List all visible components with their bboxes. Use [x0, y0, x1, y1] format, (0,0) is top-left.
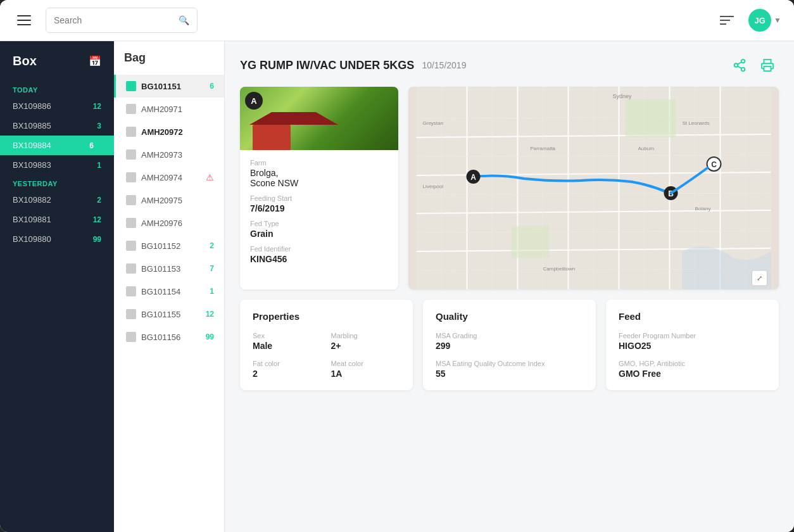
- bag-icon-gray: [126, 263, 136, 274]
- farm-info: Farm Brolga, Scone NSW Feeding Start 7/6…: [240, 150, 398, 289]
- bag-item-amh20976[interactable]: AMH20976: [114, 212, 224, 234]
- avatar[interactable]: JG: [748, 9, 771, 32]
- calendar-icon[interactable]: 📅: [89, 55, 101, 67]
- bag-item-bg101154[interactable]: BG101154 1: [114, 280, 224, 303]
- print-button[interactable]: [756, 54, 779, 77]
- msa-value: 299: [436, 341, 583, 351]
- page-title: YG RUMP IW/VAC UNDER 5KGS: [240, 59, 414, 72]
- feeder-field: Feeder Program Number HIGO25: [619, 332, 766, 351]
- fed-type-label: Fed Type: [250, 220, 388, 227]
- error-icon: ⚠: [206, 172, 214, 182]
- sidebar-item-bx109885[interactable]: BX109885 3: [0, 116, 114, 136]
- svg-text:⤢: ⤢: [757, 274, 762, 282]
- bag-item-amh20971[interactable]: AMH20971: [114, 98, 224, 120]
- feeder-value: HIGO25: [619, 341, 766, 351]
- bag-item-amh20974[interactable]: AMH20974 ⚠: [114, 166, 224, 189]
- sidebar-logo-text: Box: [13, 54, 37, 68]
- bag-icon-gray: [126, 172, 136, 182]
- sidebar-item-bx109886[interactable]: BX109886 12: [0, 96, 114, 116]
- sidebar-item-label: BX109881: [13, 215, 89, 224]
- svg-text:Auburn: Auburn: [638, 146, 655, 151]
- bag-icon-teal: [126, 81, 136, 91]
- main-header: YG RUMP IW/VAC UNDER 5KGS 10/15/2019: [240, 54, 779, 77]
- sex-value: Male: [253, 341, 322, 351]
- filter-button[interactable]: [715, 9, 738, 32]
- sidebar-item-label: BX109880: [13, 234, 89, 244]
- sidebar-item-label: BX109883: [13, 160, 89, 170]
- gmo-label: GMO, HGP, Antibiotic: [619, 360, 766, 367]
- svg-text:Sydney: Sydney: [613, 93, 633, 99]
- sidebar-badge: 12: [89, 102, 101, 111]
- svg-text:C: C: [711, 160, 717, 169]
- header: 🔍 JG ▼: [0, 0, 794, 41]
- marbling-label: Marbling: [331, 332, 401, 339]
- gmo-value: GMO Free: [619, 369, 766, 379]
- menu-button[interactable]: [13, 9, 35, 32]
- search-icon[interactable]: 🔍: [179, 15, 189, 25]
- bag-item-label: AMH20973: [141, 150, 182, 160]
- bag-item-amh20973[interactable]: AMH20973: [114, 143, 224, 166]
- sidebar-item-bx109881[interactable]: BX109881 12: [0, 210, 114, 229]
- bag-item-amh20972[interactable]: AMH20972: [114, 120, 224, 143]
- bag-icon-gray: [126, 332, 136, 342]
- feeder-label: Feeder Program Number: [619, 332, 766, 339]
- bag-title: Bag: [114, 51, 224, 75]
- share-button[interactable]: [728, 54, 751, 77]
- fed-id-value: KING456: [250, 254, 388, 264]
- bag-item-bg101152[interactable]: BG101152 2: [114, 234, 224, 257]
- app-body: Box 📅 Today BX109886 12 BX109885 3 BX109…: [0, 41, 794, 532]
- fed-type-value: Grain: [250, 229, 388, 239]
- map-area[interactable]: A B C Sydney St Leonards Greystan Liv: [408, 87, 779, 289]
- bag-badge: 6: [210, 82, 214, 91]
- sex-field: Sex Male: [253, 332, 322, 351]
- bag-icon-gray: [126, 241, 136, 251]
- farm-card-header: A: [240, 87, 398, 150]
- bag-item-bg101156[interactable]: BG101156 99: [114, 326, 224, 348]
- properties-title: Properties: [253, 311, 400, 322]
- sidebar-item-bx109880[interactable]: BX109880 99: [0, 229, 114, 249]
- bag-icon-gray: [126, 309, 136, 319]
- main-actions: [728, 54, 779, 77]
- bag-icon-gray: [126, 149, 136, 160]
- sidebar-item-bx109882[interactable]: BX109882 2: [0, 190, 114, 210]
- fat-color-label: Fat color: [253, 360, 322, 367]
- bag-icon-gray: [126, 127, 136, 137]
- properties-card: Properties Sex Male Marbling 2+ Fat colo…: [240, 300, 413, 390]
- bag-icon-gray: [126, 195, 136, 205]
- marbling-value: 2+: [331, 341, 401, 351]
- user-chevron-icon[interactable]: ▼: [774, 16, 781, 25]
- svg-text:St Leonards: St Leonards: [683, 120, 710, 126]
- bag-item-bg101155[interactable]: BG101155 12: [114, 303, 224, 326]
- msa-label: MSA Grading: [436, 332, 583, 339]
- farm-image: [240, 87, 398, 150]
- svg-point-3: [741, 60, 745, 63]
- sidebar-item-label: BX109885: [13, 121, 89, 130]
- sidebar-badge: 12: [89, 215, 101, 224]
- svg-point-4: [734, 63, 738, 67]
- bag-item-label: BG101151: [141, 82, 181, 91]
- svg-text:A: A: [470, 173, 476, 182]
- gmo-field: GMO, HGP, Antibiotic GMO Free: [619, 360, 766, 379]
- main-content: YG RUMP IW/VAC UNDER 5KGS 10/15/2019: [225, 41, 794, 532]
- bag-item-bg101151[interactable]: BG101151 6: [114, 75, 224, 98]
- bag-item-bg101153[interactable]: BG101153 7: [114, 257, 224, 280]
- bag-item-amh20975[interactable]: AMH20975: [114, 189, 224, 212]
- bag-badge: 2: [210, 241, 214, 250]
- bag-item-label: BG101153: [141, 264, 180, 274]
- bag-icon-gray: [126, 286, 136, 296]
- sidebar-item-bx109883[interactable]: BX109883 1: [0, 155, 114, 175]
- meat-color-label: Meat color: [331, 360, 401, 367]
- svg-rect-32: [626, 99, 676, 137]
- fat-color-value: 2: [253, 369, 322, 379]
- sidebar-item-bx109884[interactable]: BX109884 6: [0, 136, 114, 155]
- search-input[interactable]: [54, 15, 179, 25]
- bag-icon-gray: [126, 104, 136, 114]
- bag-item-label: AMH20971: [141, 104, 182, 114]
- svg-line-7: [738, 62, 741, 65]
- bag-item-label: BG101152: [141, 241, 180, 251]
- eating-label: MSA Eating Quality Outcome Index: [436, 360, 583, 367]
- sidebar-logo: Box 📅: [0, 54, 114, 81]
- sidebar-item-label: BX109884: [13, 141, 81, 150]
- fed-id-label: Fed Identifier: [250, 245, 388, 253]
- bag-item-label: BG101155: [141, 310, 180, 319]
